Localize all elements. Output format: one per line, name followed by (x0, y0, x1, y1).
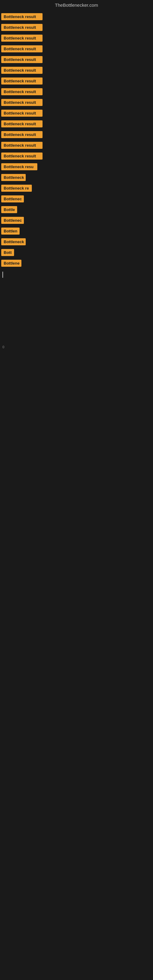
list-item: Bottle (0, 204, 153, 215)
list-item: Bottleneck resu (0, 161, 153, 172)
bottleneck-badge[interactable]: Bottleneck result (1, 13, 43, 20)
list-item: Bottleneck result (0, 65, 153, 76)
list-item: Bottleneck result (0, 11, 153, 22)
site-title: TheBottlenecker.com (55, 2, 98, 8)
list-item: Bottleneck result (0, 22, 153, 33)
footer-char-row: 0 (0, 342, 153, 351)
bottleneck-badge[interactable]: Bottleneck (1, 174, 26, 181)
bottleneck-badge[interactable]: Bottleneck result (1, 131, 43, 138)
items-container: Bottleneck resultBottleneck resultBottle… (0, 11, 153, 269)
bottleneck-badge[interactable]: Bottleneck re (1, 185, 32, 192)
bottleneck-badge[interactable]: Bottlen (1, 228, 19, 235)
footer-char: 0 (2, 345, 4, 349)
site-header: TheBottlenecker.com (0, 0, 153, 11)
bottleneck-badge[interactable]: Bottlenec (1, 217, 24, 224)
list-item: Bottlenec (0, 194, 153, 204)
cursor-row (0, 270, 153, 281)
bottleneck-badge[interactable]: Bottleneck result (1, 24, 43, 31)
list-item: Bottleneck result (0, 151, 153, 161)
list-item: Bottleneck result (0, 108, 153, 119)
bottleneck-badge[interactable]: Bottleneck result (1, 153, 43, 159)
bottleneck-badge[interactable]: Bottleneck result (1, 120, 43, 127)
bottleneck-badge[interactable]: Bottleneck (1, 238, 26, 245)
spacer-2 (0, 351, 153, 535)
list-item: Bottleneck re (0, 183, 153, 194)
bottleneck-badge[interactable]: Bottlene (1, 260, 21, 267)
list-item: Bottleneck result (0, 54, 153, 65)
list-item: Bottleneck result (0, 86, 153, 97)
bottleneck-badge[interactable]: Bottleneck result (1, 67, 43, 74)
bottleneck-badge[interactable]: Bottleneck result (1, 142, 43, 149)
bottleneck-badge[interactable]: Bottleneck result (1, 78, 43, 84)
list-item: Bottlen (0, 226, 153, 236)
list-item: Bottleneck (0, 172, 153, 183)
bottleneck-badge[interactable]: Bottleneck result (1, 56, 43, 63)
list-item: Bottleneck result (0, 129, 153, 140)
bottleneck-badge[interactable]: Bottleneck result (1, 88, 43, 95)
list-item: Bottlene (0, 258, 153, 269)
list-item: Bott (0, 247, 153, 258)
list-item: Bottleneck result (0, 76, 153, 86)
list-item: Bottleneck result (0, 119, 153, 129)
bottleneck-badge[interactable]: Bott (1, 249, 14, 256)
bottleneck-badge[interactable]: Bottleneck result (1, 45, 43, 52)
spacer-1 (0, 281, 153, 342)
bottleneck-badge[interactable]: Bottleneck result (1, 99, 43, 106)
list-item: Bottleneck result (0, 33, 153, 43)
list-item: Bottleneck (0, 236, 153, 247)
list-item: Bottleneck result (0, 43, 153, 54)
list-item: Bottlenec (0, 215, 153, 226)
bottleneck-badge[interactable]: Bottleneck result (1, 110, 43, 117)
bottleneck-badge[interactable]: Bottleneck resu (1, 163, 37, 170)
bottleneck-badge[interactable]: Bottle (1, 206, 17, 213)
bottleneck-badge[interactable]: Bottleneck result (1, 35, 43, 41)
list-item: Bottleneck result (0, 97, 153, 108)
list-item: Bottleneck result (0, 140, 153, 151)
text-cursor (2, 272, 3, 278)
bottleneck-badge[interactable]: Bottlenec (1, 196, 24, 202)
